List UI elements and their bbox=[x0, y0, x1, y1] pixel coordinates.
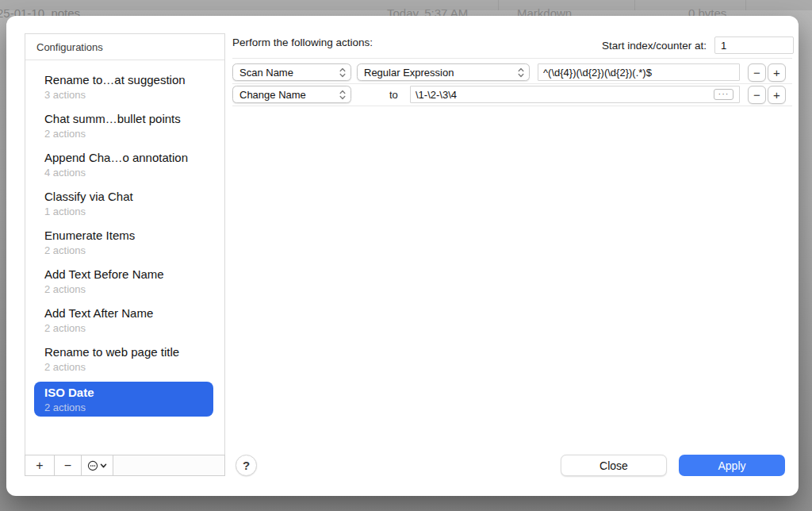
config-item-title: Classify via Chat bbox=[44, 189, 216, 204]
config-item-chat-summ-bullet-points[interactable]: Chat summ…bullet points 2 actions bbox=[25, 110, 224, 145]
config-item-subtitle: 4 actions bbox=[44, 166, 216, 179]
config-item-title: Append Cha…o annotation bbox=[44, 150, 216, 165]
mode-popup-regular-expression[interactable]: Regular Expression bbox=[357, 63, 530, 81]
config-item-subtitle: 2 actions bbox=[44, 127, 216, 140]
start-index-label: Start index/counter at: bbox=[602, 40, 707, 52]
config-item-title: Enumerate Items bbox=[44, 228, 216, 243]
configurations-list: Rename to…at suggestion 3 actions Chat s… bbox=[25, 61, 224, 454]
popup-label: Regular Expression bbox=[364, 67, 513, 79]
row2-add-action-button[interactable]: + bbox=[768, 86, 786, 104]
replacement-input[interactable] bbox=[410, 86, 740, 103]
sidebar-toolbar-spacer bbox=[113, 455, 224, 475]
row1-remove-action-button[interactable]: − bbox=[748, 63, 766, 82]
header-separator bbox=[232, 58, 792, 59]
regex-pattern-input[interactable] bbox=[538, 63, 740, 81]
row2-remove-action-button[interactable]: − bbox=[748, 86, 766, 104]
popup-chevrons-icon bbox=[339, 90, 346, 100]
config-item-rename-to-at-suggestion[interactable]: Rename to…at suggestion 3 actions bbox=[25, 71, 224, 106]
config-item-add-text-after-name[interactable]: Add Text After Name 2 actions bbox=[25, 304, 224, 340]
config-item-subtitle: 2 actions bbox=[44, 401, 207, 414]
row1-add-action-button[interactable]: + bbox=[768, 63, 786, 82]
configurations-sidebar: Configurations Rename to…at suggestion 3… bbox=[25, 33, 225, 476]
replacement-token-menu-icon[interactable]: ··· bbox=[714, 89, 733, 100]
popup-label: Scan Name bbox=[239, 67, 335, 79]
more-options-button[interactable] bbox=[82, 455, 113, 475]
rename-configurations-dialog: Configurations Rename to…at suggestion 3… bbox=[6, 16, 799, 496]
help-button[interactable]: ? bbox=[236, 455, 257, 476]
popup-label: Change Name bbox=[239, 89, 335, 101]
config-item-title: Rename to…at suggestion bbox=[44, 72, 216, 87]
config-item-enumerate-items[interactable]: Enumerate Items 2 actions bbox=[25, 226, 224, 262]
config-item-subtitle: 2 actions bbox=[44, 282, 216, 296]
config-item-rename-to-web-page-title[interactable]: Rename to web page title 2 actions bbox=[25, 343, 224, 378]
close-button[interactable]: Close bbox=[561, 455, 667, 476]
config-item-subtitle: 2 actions bbox=[44, 321, 216, 335]
remove-configuration-button[interactable]: − bbox=[55, 455, 82, 475]
row-separator bbox=[232, 83, 792, 84]
sidebar-header: Configurations bbox=[25, 34, 224, 60]
config-item-title: Chat summ…bullet points bbox=[44, 111, 216, 126]
config-item-add-text-before-name[interactable]: Add Text Before Name 2 actions bbox=[25, 265, 224, 301]
row-separator bbox=[232, 106, 792, 106]
ellipsis-circle-chevron-icon bbox=[87, 460, 108, 471]
apply-button[interactable]: Apply bbox=[679, 455, 785, 476]
config-item-subtitle: 2 actions bbox=[44, 244, 216, 257]
config-item-classify-via-chat[interactable]: Classify via Chat 1 actions bbox=[25, 187, 224, 223]
start-index-input[interactable] bbox=[714, 36, 794, 54]
add-configuration-button[interactable]: + bbox=[25, 455, 55, 475]
action-popup-change-name[interactable]: Change Name bbox=[232, 86, 351, 103]
action-popup-scan-name[interactable]: Scan Name bbox=[232, 63, 351, 81]
config-item-subtitle: 1 actions bbox=[44, 205, 216, 218]
config-item-title: Rename to web page title bbox=[44, 344, 216, 359]
sidebar-toolbar: + − bbox=[25, 455, 225, 476]
config-item-title: Add Text After Name bbox=[44, 305, 216, 321]
to-label: to bbox=[389, 89, 398, 101]
config-item-title: Add Text Before Name bbox=[44, 267, 216, 282]
popup-chevrons-icon bbox=[339, 67, 346, 78]
popup-chevrons-icon bbox=[518, 67, 524, 78]
config-item-append-chat-annotation[interactable]: Append Cha…o annotation 4 actions bbox=[25, 148, 224, 184]
config-item-iso-date-selected[interactable]: ISO Date 2 actions bbox=[34, 382, 213, 417]
config-item-title: ISO Date bbox=[44, 385, 207, 400]
actions-header-label: Perform the following actions: bbox=[232, 36, 373, 48]
config-item-subtitle: 2 actions bbox=[44, 360, 216, 374]
config-item-subtitle: 3 actions bbox=[44, 88, 216, 102]
